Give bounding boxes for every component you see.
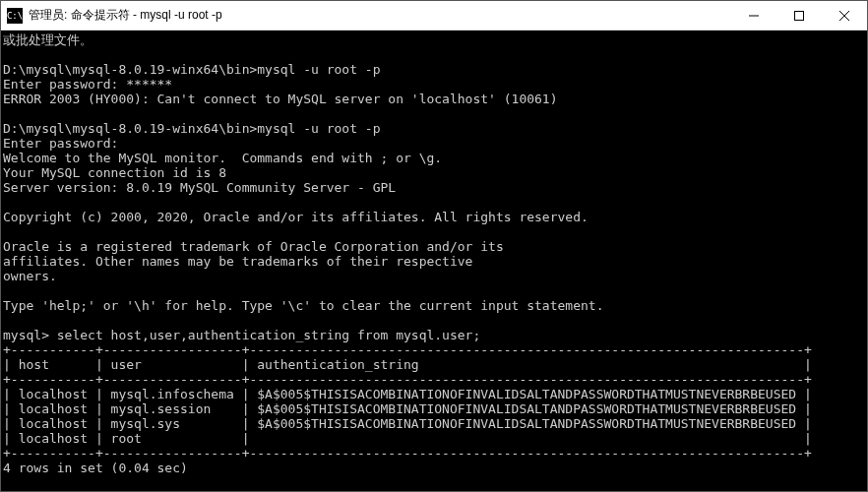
titlebar[interactable]: C:\ 管理员: 命令提示符 - mysql -u root -p (1, 1, 867, 31)
app-icon: C:\ (7, 8, 23, 24)
minimize-icon (749, 11, 759, 21)
minimize-button[interactable] (731, 1, 776, 30)
close-icon (839, 11, 849, 21)
svg-rect-1 (795, 11, 804, 20)
maximize-button[interactable] (776, 1, 822, 30)
maximize-icon (794, 11, 804, 21)
window-title: 管理员: 命令提示符 - mysql -u root -p (29, 7, 731, 24)
terminal-output[interactable]: 或批处理文件。 D:\mysql\mysql-8.0.19-winx64\bin… (1, 31, 867, 491)
window-controls (731, 1, 867, 30)
close-button[interactable] (822, 1, 867, 30)
window-frame: C:\ 管理员: 命令提示符 - mysql -u root -p 或批处理文件… (0, 0, 868, 492)
